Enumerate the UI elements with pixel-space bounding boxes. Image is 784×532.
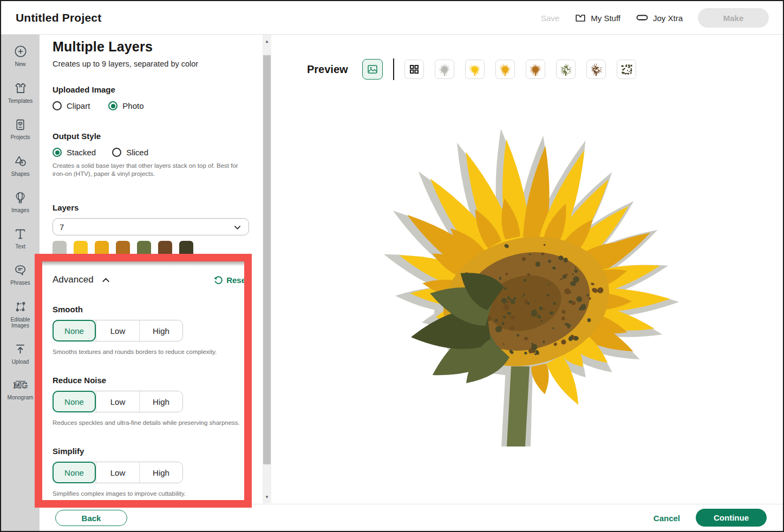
output-style-options: Stacked Sliced <box>53 148 249 157</box>
sidebar-item-phrases[interactable]: Phrases <box>1 264 40 286</box>
chevron-down-icon <box>233 224 241 232</box>
layers-select-value: 7 <box>60 222 64 232</box>
editable-images-icon <box>14 300 28 314</box>
radio-clipart[interactable]: Clipart <box>53 101 90 110</box>
reduce-noise-none-button[interactable]: None <box>53 391 96 412</box>
layer-thumbnail-5[interactable] <box>556 60 576 79</box>
cancel-button[interactable]: Cancel <box>654 514 680 523</box>
sidebar-item-templates[interactable]: Templates <box>1 81 40 104</box>
my-stuff-icon <box>574 12 586 24</box>
preview-canvas <box>348 100 716 446</box>
project-card-icon <box>14 118 27 132</box>
phrases-icon <box>14 264 27 277</box>
advanced-header: Advanced Reset <box>53 274 249 285</box>
layer-swatch-2[interactable] <box>74 241 88 261</box>
layers-select[interactable]: 7 <box>53 218 249 235</box>
radio-sliced-control[interactable] <box>112 148 121 157</box>
chevron-up-icon[interactable] <box>101 275 110 285</box>
uploaded-image-label: Uploaded Image <box>53 85 249 94</box>
sidebar-item-images[interactable]: Images <box>1 191 40 213</box>
text-icon <box>14 227 27 241</box>
reduce-noise-segmented-control: None Low High <box>53 391 183 412</box>
smooth-none-button[interactable]: None <box>53 320 96 341</box>
simplify-none-button[interactable]: None <box>53 462 96 483</box>
layer-swatch-1[interactable] <box>53 241 67 261</box>
sidebar: New Templates Projects Shapes Images Tex… <box>1 35 40 531</box>
scrollbar-up-arrow[interactable]: ▲ <box>263 37 271 45</box>
scrollbar-thumb[interactable] <box>263 55 271 464</box>
simplify-description: Simplifies complex images to improve cut… <box>53 490 249 497</box>
layer-thumbnail-3[interactable] <box>495 60 515 79</box>
radio-clipart-control[interactable] <box>53 101 62 110</box>
back-button[interactable]: Back <box>55 510 127 526</box>
layers-label: Layers <box>53 203 249 212</box>
smooth-label: Smooth <box>53 305 249 314</box>
smooth-high-button[interactable]: High <box>139 320 182 341</box>
panel-subtitle: Creates up to 9 layers, separated by col… <box>53 60 249 68</box>
settings-panel: Multiple Layers Creates up to 9 layers, … <box>40 35 263 503</box>
preview-toolbar: Preview <box>307 58 636 80</box>
layer-thumbnail-2[interactable] <box>465 60 485 79</box>
header: Untitled Project Save My Stuff Joy Xtra … <box>1 1 783 35</box>
make-button[interactable]: Make <box>698 8 769 28</box>
radio-stacked[interactable]: Stacked <box>53 148 96 157</box>
radio-sliced[interactable]: Sliced <box>112 148 148 157</box>
layer-swatch-6[interactable] <box>158 241 172 261</box>
radio-photo[interactable]: Photo <box>108 101 143 110</box>
simplify-high-button[interactable]: High <box>139 462 182 483</box>
layer-thumbnail-6[interactable] <box>586 60 606 79</box>
sidebar-item-text[interactable]: Text <box>1 227 40 249</box>
advanced-label: Advanced <box>53 274 94 285</box>
sidebar-item-new[interactable]: New <box>1 44 40 67</box>
panel-title: Multiple Layers <box>53 39 249 55</box>
sidebar-item-monogram[interactable]: MG Monogram <box>1 379 40 400</box>
sidebar-item-projects[interactable]: Projects <box>1 118 40 140</box>
balloon-icon <box>14 191 27 205</box>
radio-photo-control[interactable] <box>108 101 117 110</box>
layer-swatch-4[interactable] <box>116 241 130 261</box>
scrollbar-down-arrow[interactable]: ▼ <box>263 492 271 501</box>
continue-button[interactable]: Continue <box>696 509 767 527</box>
grid-icon <box>409 64 420 75</box>
my-stuff-button[interactable]: My Stuff <box>574 12 620 24</box>
smooth-low-button[interactable]: Low <box>96 320 139 341</box>
image-icon <box>367 63 378 75</box>
layer-thumbnail-4[interactable] <box>526 60 545 79</box>
smooth-segmented-control: None Low High <box>53 320 183 341</box>
panel-scrollbar[interactable]: ▲ ▼ <box>263 35 271 503</box>
monogram-icon: MG <box>12 379 29 392</box>
layer-swatch-3[interactable] <box>95 241 109 261</box>
layer-thumbnail-1[interactable] <box>435 60 454 79</box>
save-button[interactable]: Save <box>541 14 559 23</box>
preview-area: Preview <box>271 35 783 503</box>
svg-text:MG: MG <box>14 381 28 390</box>
simplify-label: Simplify <box>53 446 249 456</box>
machine-select-button[interactable]: Joy Xtra <box>636 12 683 24</box>
shapes-icon <box>14 154 28 168</box>
reset-button[interactable]: Reset <box>213 275 249 285</box>
layer-swatch-5[interactable] <box>137 241 151 261</box>
machine-icon <box>636 12 649 24</box>
reduce-noise-high-button[interactable]: High <box>139 391 182 412</box>
radio-stacked-control[interactable] <box>53 148 62 157</box>
sidebar-item-editable-images[interactable]: Editable Images <box>1 300 40 329</box>
simplify-segmented-control: None Low High <box>53 462 183 483</box>
uploaded-image-options: Clipart Photo <box>53 101 249 110</box>
reduce-noise-low-button[interactable]: Low <box>96 391 139 412</box>
preview-image-button[interactable] <box>362 59 383 80</box>
simplify-low-button[interactable]: Low <box>96 462 139 483</box>
smooth-description: Smooths textures and rounds borders to r… <box>53 349 249 355</box>
sidebar-item-shapes[interactable]: Shapes <box>1 154 40 177</box>
layer-swatch-7[interactable] <box>179 241 193 261</box>
reduce-noise-label: Reduce Noise <box>53 376 249 385</box>
preview-label: Preview <box>307 63 348 76</box>
upload-icon <box>14 343 27 356</box>
sidebar-item-upload[interactable]: Upload <box>1 343 40 365</box>
grid-view-button[interactable] <box>404 60 424 79</box>
new-icon <box>14 44 28 58</box>
output-style-label: Output Style <box>53 132 249 141</box>
reduce-noise-description: Reduces speckles and ultra-fine details … <box>53 419 249 426</box>
layer-thumbnail-7[interactable] <box>617 60 636 79</box>
project-title[interactable]: Untitled Project <box>16 11 101 24</box>
sunflower-image <box>348 100 716 446</box>
